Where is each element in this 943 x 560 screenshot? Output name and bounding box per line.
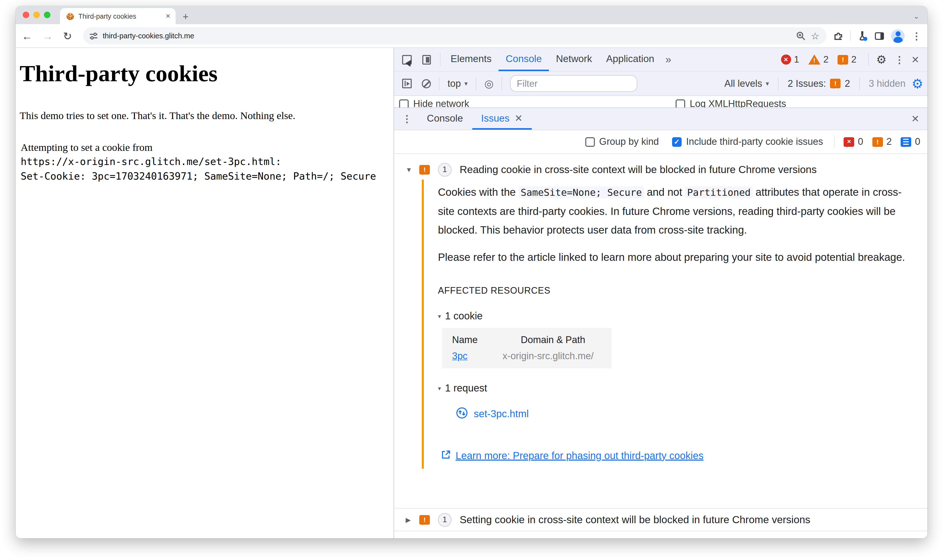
issues-summary-label: 2 Issues: xyxy=(788,78,826,89)
issue-bubble-icon: ! xyxy=(419,165,430,174)
divider xyxy=(834,135,835,148)
collapse-triangle-icon[interactable]: ▼ xyxy=(406,166,412,173)
cookie-domain-value: x-origin-src.glitch.me/ xyxy=(503,351,603,362)
affected-resources-heading: AFFECTED RESOURCES xyxy=(438,286,928,296)
tab-close-icon[interactable]: ✕ xyxy=(166,12,171,20)
console-filter-input[interactable] xyxy=(510,75,637,92)
inspect-element-icon[interactable] xyxy=(402,55,412,64)
device-toolbar-icon[interactable] xyxy=(422,55,431,64)
divider xyxy=(859,77,860,90)
divider xyxy=(439,77,440,90)
learn-more-row[interactable]: Learn more: Prepare for phasing out thir… xyxy=(441,450,928,462)
hide-network-checkbox[interactable] xyxy=(399,99,409,108)
tab-network[interactable]: Network xyxy=(549,48,599,71)
browser-toolbar: ← → ↻ third-party-cookies.glitch.me xyxy=(15,24,928,48)
extensions-puzzle-icon[interactable] xyxy=(834,31,843,41)
warning-badge[interactable]: ! 2 xyxy=(808,54,833,65)
clear-console-icon[interactable] xyxy=(422,79,431,88)
external-link-icon xyxy=(441,450,451,462)
log-xhr-label: Log XMLHttpRequests xyxy=(690,98,786,108)
include-third-party-row[interactable]: ✓ Include third-party cookie issues xyxy=(672,136,823,147)
profile-avatar[interactable] xyxy=(891,29,905,43)
log-levels-dropdown[interactable]: All levels ▾ xyxy=(718,78,775,89)
issue-1-body: Cookies with the SameSite=None; Secure a… xyxy=(422,180,928,469)
error-badge[interactable]: ✕ 1 xyxy=(781,54,803,65)
cookie-section-header[interactable]: ▾ 1 cookie xyxy=(438,310,928,322)
live-expression-eye-icon[interactable]: ◎ xyxy=(479,77,499,89)
reload-button[interactable]: ↻ xyxy=(63,31,72,41)
tab-strip: 🍪 Third-party cookies ✕ + ⌄ xyxy=(15,6,928,24)
minimize-window-button[interactable] xyxy=(33,12,40,18)
site-settings-icon[interactable] xyxy=(89,32,98,40)
drawer-tab-close-icon[interactable]: ✕ xyxy=(515,112,523,124)
drawer-menu-kebab-icon[interactable]: ⋮ xyxy=(399,113,418,125)
experiments-flask-icon[interactable] xyxy=(858,31,868,41)
bookmark-star-icon[interactable]: ☆ xyxy=(811,30,819,42)
issue-2-header[interactable]: ▶ ! 1 Setting cookie in cross-site conte… xyxy=(394,508,928,531)
request-row[interactable]: set-3pc.html xyxy=(456,407,928,421)
console-settings-row: Hide network Log XMLHttpRequests xyxy=(394,96,928,108)
tab-search-chevron-icon[interactable]: ⌄ xyxy=(914,12,919,20)
cookie-attempt-block: Attempting to set a cookie from https://… xyxy=(20,141,389,184)
code-samesite: SameSite=None; Secure xyxy=(519,186,644,198)
section-triangle-icon[interactable]: ▾ xyxy=(438,312,441,320)
issues-info-count: 0 xyxy=(901,136,920,147)
group-by-kind-checkbox[interactable] xyxy=(585,137,595,146)
forward-button[interactable]: → xyxy=(42,31,53,41)
hidden-messages-label: 3 hidden xyxy=(863,78,912,89)
learn-more-link[interactable]: Learn more: Prepare for phasing out thir… xyxy=(455,450,704,462)
group-by-kind-row[interactable]: Group by kind xyxy=(585,136,659,147)
issue-bubble-icon: ! xyxy=(419,515,430,525)
divider xyxy=(440,53,440,66)
set-cookie-header: Set-Cookie: 3pc=1703240163971; SameSite=… xyxy=(21,169,389,184)
issues-summary-button[interactable]: 2 Issues: ! 2 xyxy=(781,78,856,89)
include-third-party-label: Include third-party cookie issues xyxy=(686,136,823,147)
cookie-table-header: Name Domain & Path xyxy=(442,332,612,348)
close-window-button[interactable] xyxy=(23,12,29,18)
hide-network-checkbox-row[interactable]: Hide network xyxy=(399,98,469,108)
context-selector[interactable]: top ▾ xyxy=(443,78,473,89)
back-button[interactable]: ← xyxy=(22,31,32,41)
fullscreen-window-button[interactable] xyxy=(44,12,51,18)
log-xhr-checkbox-row[interactable]: Log XMLHttpRequests xyxy=(675,98,786,108)
side-panel-icon[interactable] xyxy=(875,32,884,40)
chrome-menu-kebab-icon[interactable]: ⋮ xyxy=(912,30,921,42)
section-triangle-icon[interactable]: ▾ xyxy=(438,385,441,392)
request-section-header[interactable]: ▾ 1 request xyxy=(438,382,928,394)
tab-application[interactable]: Application xyxy=(599,48,661,71)
tab-elements[interactable]: Elements xyxy=(443,48,499,71)
network-request-icon xyxy=(456,407,468,421)
context-value: top xyxy=(448,78,461,89)
more-tabs-icon[interactable]: » xyxy=(661,54,675,66)
new-tab-button[interactable]: + xyxy=(183,12,188,22)
devtools-close-icon[interactable]: ✕ xyxy=(908,54,922,65)
issues-badge[interactable]: ! 2 xyxy=(838,54,860,65)
log-xhr-checkbox[interactable] xyxy=(675,99,685,108)
request-link[interactable]: set-3pc.html xyxy=(474,408,529,420)
drawer-close-icon[interactable]: ✕ xyxy=(908,113,922,125)
drawer-tab-issues[interactable]: Issues ✕ xyxy=(472,108,532,130)
tab-console[interactable]: Console xyxy=(499,48,549,71)
chevron-down-icon: ▾ xyxy=(766,80,769,87)
console-sidebar-icon[interactable] xyxy=(402,79,412,88)
console-toolbar-left: top ▾ ◎ xyxy=(398,72,637,95)
settings-gear-icon[interactable]: ⚙ xyxy=(872,54,891,65)
toolbar-divider xyxy=(850,31,851,41)
issue-1-paragraph-1: Cookies with the SameSite=None; Secure a… xyxy=(438,183,917,239)
zoom-page-icon[interactable] xyxy=(796,31,806,41)
divider xyxy=(502,77,502,90)
drawer-tab-console[interactable]: Console xyxy=(418,108,472,130)
address-bar[interactable]: third-party-cookies.glitch.me ☆ xyxy=(83,27,826,45)
expand-triangle-icon[interactable]: ▶ xyxy=(406,516,412,523)
browser-tab[interactable]: 🍪 Third-party cookies ✕ xyxy=(60,8,175,24)
cookie-name-link[interactable]: 3pc xyxy=(452,351,503,362)
cookie-section-label: 1 cookie xyxy=(445,310,483,322)
issue-1-header[interactable]: ▼ ! 1 Reading cookie in cross-site conte… xyxy=(394,159,928,180)
issue-1-title: Reading cookie in cross-site context wil… xyxy=(460,163,817,175)
devtools-menu-kebab-icon[interactable]: ⋮ xyxy=(891,54,908,65)
issue-1-paragraph-2: Please refer to the article linked to le… xyxy=(438,248,917,266)
include-third-party-checkbox[interactable]: ✓ xyxy=(672,137,681,146)
url-text[interactable]: third-party-cookies.glitch.me xyxy=(103,32,791,40)
console-settings-gear-icon[interactable]: ⚙ xyxy=(911,77,923,90)
window-controls xyxy=(23,12,51,18)
